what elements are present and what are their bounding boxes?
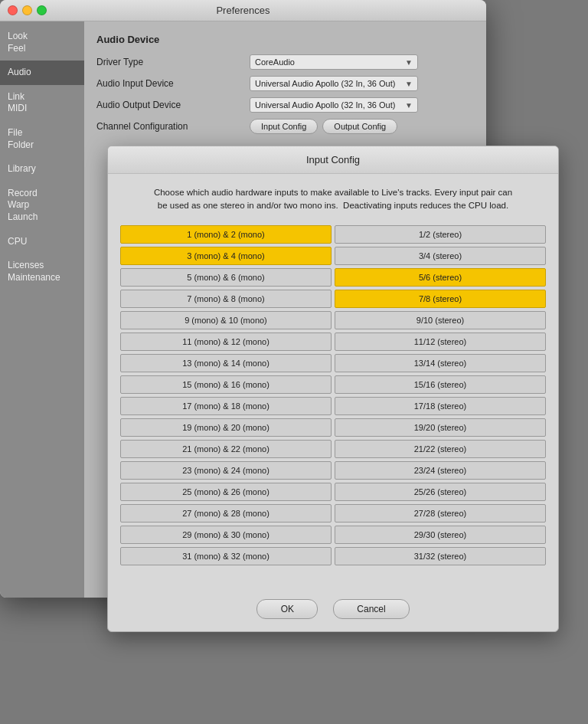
mono-input-3[interactable]: 5 (mono) & 6 (mono): [120, 268, 332, 287]
dialog-body: Choose which audio hardware inputs to ma…: [108, 174, 558, 590]
stereo-input-4[interactable]: 7/8 (stereo): [335, 290, 546, 308]
dialog-footer: OK Cancel: [108, 590, 558, 631]
stereo-input-3[interactable]: 5/6 (stereo): [335, 268, 546, 287]
stereo-input-15[interactable]: 29/30 (stereo): [335, 526, 546, 544]
input-config-dialog: Input Config Choose which audio hardware…: [107, 146, 559, 632]
mono-input-13[interactable]: 25 (mono) & 26 (mono): [120, 483, 332, 501]
mono-input-1[interactable]: 1 (mono) & 2 (mono): [120, 225, 332, 244]
cancel-button[interactable]: Cancel: [333, 599, 409, 619]
stereo-input-6[interactable]: 11/12 (stereo): [335, 333, 546, 351]
mono-input-10[interactable]: 19 (mono) & 20 (mono): [120, 418, 332, 437]
mono-input-9[interactable]: 17 (mono) & 18 (mono): [120, 397, 332, 415]
dialog-title: Input Config: [108, 146, 558, 174]
stereo-input-16[interactable]: 31/32 (stereo): [335, 547, 546, 565]
mono-input-14[interactable]: 27 (mono) & 28 (mono): [120, 504, 332, 523]
mono-input-7[interactable]: 13 (mono) & 14 (mono): [120, 354, 332, 372]
ok-button[interactable]: OK: [256, 599, 318, 619]
dialog-description: Choose which audio hardware inputs to ma…: [120, 186, 546, 213]
mono-input-6[interactable]: 11 (mono) & 12 (mono): [120, 333, 332, 351]
dialog-overlay: Input Config Choose which audio hardware…: [0, 0, 588, 724]
stereo-input-9[interactable]: 17/18 (stereo): [335, 397, 546, 415]
stereo-input-10[interactable]: 19/20 (stereo): [335, 418, 546, 437]
mono-input-5[interactable]: 9 (mono) & 10 (mono): [120, 311, 332, 329]
stereo-input-13[interactable]: 25/26 (stereo): [335, 483, 546, 501]
input-grid: 1 (mono) & 2 (mono)1/2 (stereo)3 (mono) …: [120, 225, 546, 565]
stereo-input-11[interactable]: 21/22 (stereo): [335, 440, 546, 458]
mono-input-12[interactable]: 23 (mono) & 24 (mono): [120, 461, 332, 480]
mono-input-8[interactable]: 15 (mono) & 16 (mono): [120, 375, 332, 394]
mono-input-2[interactable]: 3 (mono) & 4 (mono): [120, 247, 332, 265]
stereo-input-2[interactable]: 3/4 (stereo): [335, 247, 546, 265]
stereo-input-7[interactable]: 13/14 (stereo): [335, 354, 546, 372]
mono-input-11[interactable]: 21 (mono) & 22 (mono): [120, 440, 332, 458]
stereo-input-14[interactable]: 27/28 (stereo): [335, 504, 546, 523]
stereo-input-1[interactable]: 1/2 (stereo): [335, 225, 546, 244]
stereo-input-12[interactable]: 23/24 (stereo): [335, 461, 546, 480]
stereo-input-5[interactable]: 9/10 (stereo): [335, 311, 546, 329]
mono-input-16[interactable]: 31 (mono) & 32 (mono): [120, 547, 332, 565]
mono-input-15[interactable]: 29 (mono) & 30 (mono): [120, 526, 332, 544]
mono-input-4[interactable]: 7 (mono) & 8 (mono): [120, 290, 332, 308]
stereo-input-8[interactable]: 15/16 (stereo): [335, 375, 546, 394]
